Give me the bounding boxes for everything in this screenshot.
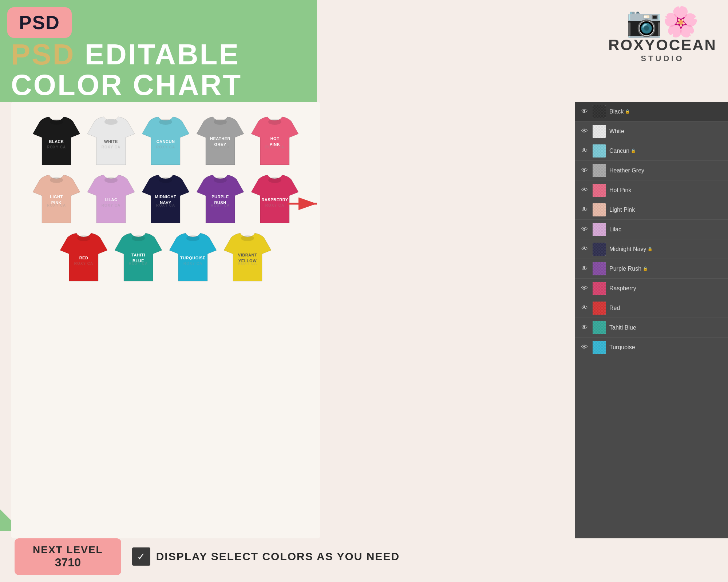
layer-thumbnail	[593, 341, 606, 354]
shirt-item: MIDNIGHTNAVYROXY CA	[140, 171, 191, 226]
bottom-bar: NEXT LEVEL 3710 ✓ DISPLAY SELECT COLORS …	[0, 531, 728, 582]
svg-text:ROXY CA: ROXY CA	[47, 145, 66, 149]
layer-item[interactable]: 👁Lilac	[575, 220, 728, 239]
layer-eye-icon[interactable]: 👁	[579, 126, 590, 136]
logo-camera-icon: 📷🌸	[604, 7, 721, 36]
layer-item[interactable]: 👁Tahiti Blue	[575, 318, 728, 338]
layer-thumbnail	[593, 243, 606, 256]
shirt-visual: BLACKROXY CA	[33, 113, 80, 167]
layer-item[interactable]: 👁Red	[575, 298, 728, 318]
svg-text:BLACK: BLACK	[49, 139, 64, 144]
layer-eye-icon[interactable]: 👁	[579, 342, 590, 352]
layer-name: Turquoise	[609, 344, 635, 351]
shirt-visual: WHITEROXY CA	[87, 113, 135, 167]
shirt-visual: LIGHTPINKROXY CA	[33, 171, 80, 226]
layer-item[interactable]: 👁Cancun🔒	[575, 141, 728, 161]
svg-text:ROXY CA: ROXY CA	[156, 203, 175, 207]
svg-text:RASPBERRY: RASPBERRY	[261, 198, 288, 202]
shirt-item: TURQUOISEROXY CA	[167, 229, 218, 284]
shirt-item: LIGHTPINKROXY CA	[31, 171, 82, 226]
svg-point-45	[241, 235, 254, 241]
layer-name: White	[609, 128, 624, 135]
svg-point-38	[132, 235, 145, 241]
shirt-item: VIBRANTYELLOWROXY CA	[222, 229, 273, 284]
svg-text:ROXY CA: ROXY CA	[265, 145, 284, 149]
layer-eye-icon[interactable]: 👁	[579, 205, 590, 215]
layer-thumbnail	[593, 105, 606, 118]
title-line2: COLOR CHART	[11, 69, 242, 101]
svg-point-24	[159, 177, 172, 183]
layer-thumbnail	[593, 164, 606, 177]
layer-item[interactable]: 👁Purple Rush🔒	[575, 259, 728, 279]
layer-item[interactable]: 👁Hot Pink	[575, 180, 728, 200]
svg-point-32	[268, 177, 281, 183]
layer-item[interactable]: 👁White	[575, 121, 728, 141]
shirt-row-1: BLACKROXY CAWHITEROXY CACANCUNROXY CAHEA…	[22, 113, 309, 167]
layer-lock-icon: 🔒	[631, 148, 636, 154]
next-level-text: NEXT LEVEL	[33, 544, 103, 556]
svg-text:HEATHER: HEATHER	[210, 136, 230, 141]
shirt-visual: REDROXY CA	[60, 229, 107, 284]
psd-badge: PSD	[7, 7, 72, 38]
shirt-row-2: LIGHTPINKROXY CALILACROXY CAMIDNIGHTNAVY…	[22, 171, 309, 226]
shirt-visual: LILACROXY CA	[87, 171, 135, 226]
display-info: ✓ DISPLAY SELECT COLORS AS YOU NEED	[132, 547, 400, 566]
layer-item[interactable]: 👁Turquoise	[575, 338, 728, 357]
layer-name: Red	[609, 305, 620, 311]
shirt-grid: BLACKROXY CAWHITEROXY CACANCUNROXY CAHEA…	[22, 113, 309, 284]
layer-thumbnail	[593, 184, 606, 197]
svg-text:ROXY CA: ROXY CA	[156, 145, 175, 149]
svg-text:ROXY CA: ROXY CA	[74, 262, 93, 266]
svg-text:TAHITI: TAHITI	[131, 253, 145, 257]
layer-name: Raspberry	[609, 285, 636, 292]
layer-name: Light Pink	[609, 207, 635, 213]
layer-eye-icon[interactable]: 👁	[579, 146, 590, 156]
layer-name: Black	[609, 108, 624, 115]
layer-item[interactable]: 👁Black🔒	[575, 102, 728, 121]
svg-text:LILAC: LILAC	[105, 198, 118, 202]
check-icon: ✓	[132, 547, 150, 566]
svg-text:TURQUOISE: TURQUOISE	[180, 256, 206, 260]
layer-eye-icon[interactable]: 👁	[579, 283, 590, 294]
layer-eye-icon[interactable]: 👁	[579, 107, 590, 117]
logo-name: ROXYOCEAN	[604, 36, 721, 54]
shirt-item: REDROXY CA	[58, 229, 109, 284]
svg-text:HOT: HOT	[270, 136, 280, 141]
svg-text:LIGHT: LIGHT	[50, 195, 63, 199]
svg-point-6	[159, 119, 172, 125]
psd-badge-label: PSD	[19, 12, 60, 33]
layer-name: Midnight Navy	[609, 246, 646, 252]
layer-eye-icon[interactable]: 👁	[579, 185, 590, 195]
shirt-item: CANCUNROXY CA	[140, 113, 191, 167]
layer-thumbnail	[593, 302, 606, 315]
layer-item[interactable]: 👁Raspberry	[575, 279, 728, 298]
svg-text:ROXY CA: ROXY CA	[211, 203, 230, 207]
title-line1: PSD EDITABLE	[11, 40, 242, 69]
svg-point-21	[104, 177, 118, 183]
svg-text:VIBRANT: VIBRANT	[238, 253, 257, 257]
layer-lock-icon: 🔒	[643, 266, 648, 271]
svg-text:RED: RED	[79, 256, 88, 260]
shirt-row-3: REDROXY CATAHITIBLUEROXY CATURQUOISEROXY…	[22, 229, 309, 284]
svg-point-42	[186, 235, 199, 241]
layer-eye-icon[interactable]: 👁	[579, 224, 590, 235]
layer-item[interactable]: 👁Light Pink	[575, 200, 728, 220]
svg-text:PURPLE: PURPLE	[211, 195, 229, 199]
svg-text:ROXY CA: ROXY CA	[265, 203, 284, 207]
layer-eye-icon[interactable]: 👁	[579, 303, 590, 313]
layer-eye-icon[interactable]: 👁	[579, 323, 590, 333]
layer-eye-icon[interactable]: 👁	[579, 244, 590, 254]
layer-thumbnail	[593, 321, 606, 334]
svg-point-0	[50, 119, 63, 125]
svg-text:ROXY CA: ROXY CA	[47, 203, 66, 207]
shirt-item: LILACROXY CA	[86, 171, 136, 226]
svg-text:ROXY CA: ROXY CA	[102, 145, 120, 149]
layer-lock-icon: 🔒	[625, 109, 630, 114]
layer-item[interactable]: 👁Heather Grey	[575, 161, 728, 180]
shirt-item: WHITEROXY CA	[86, 113, 136, 167]
svg-text:WHITE: WHITE	[104, 139, 118, 144]
svg-text:ROXY CA: ROXY CA	[183, 262, 202, 266]
layer-eye-icon[interactable]: 👁	[579, 264, 590, 274]
layer-eye-icon[interactable]: 👁	[579, 166, 590, 176]
layer-item[interactable]: 👁Midnight Navy🔒	[575, 239, 728, 259]
